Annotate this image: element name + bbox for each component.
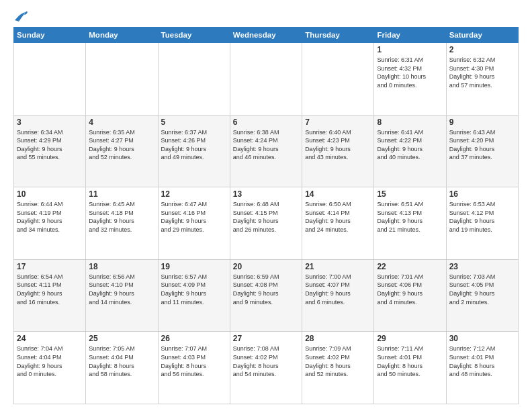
- day-number: 22: [377, 262, 443, 271]
- day-number: 2: [449, 45, 515, 54]
- calendar-cell: 13Sunrise: 6:48 AM Sunset: 4:15 PM Dayli…: [230, 187, 302, 260]
- calendar-day-header: Sunday: [14, 28, 86, 43]
- calendar-cell: [14, 43, 86, 116]
- calendar-cell: 19Sunrise: 6:57 AM Sunset: 4:09 PM Dayli…: [158, 259, 230, 332]
- calendar-day-header: Wednesday: [230, 28, 302, 43]
- day-number: 14: [305, 189, 371, 199]
- calendar-cell: 27Sunrise: 7:08 AM Sunset: 4:02 PM Dayli…: [230, 332, 302, 404]
- calendar-day-header: Thursday: [302, 28, 374, 43]
- calendar-cell: 15Sunrise: 6:51 AM Sunset: 4:13 PM Dayli…: [374, 187, 446, 260]
- calendar-cell: 9Sunrise: 6:43 AM Sunset: 4:20 PM Daylig…: [446, 115, 518, 187]
- calendar-cell: 11Sunrise: 6:45 AM Sunset: 4:18 PM Dayli…: [86, 187, 158, 260]
- day-info: Sunrise: 6:32 AM Sunset: 4:30 PM Dayligh…: [449, 56, 515, 89]
- calendar-cell: 26Sunrise: 7:07 AM Sunset: 4:03 PM Dayli…: [158, 332, 230, 404]
- calendar-cell: [158, 43, 230, 116]
- calendar-cell: 6Sunrise: 6:38 AM Sunset: 4:24 PM Daylig…: [230, 115, 302, 187]
- calendar-cell: [302, 43, 374, 116]
- day-number: 8: [377, 118, 443, 127]
- day-info: Sunrise: 6:40 AM Sunset: 4:23 PM Dayligh…: [305, 128, 371, 162]
- calendar-cell: 25Sunrise: 7:05 AM Sunset: 4:04 PM Dayli…: [86, 332, 158, 404]
- calendar-header-row: SundayMondayTuesdayWednesdayThursdayFrid…: [14, 28, 519, 43]
- calendar-cell: 14Sunrise: 6:50 AM Sunset: 4:14 PM Dayli…: [302, 187, 374, 260]
- day-info: Sunrise: 6:45 AM Sunset: 4:18 PM Dayligh…: [89, 200, 154, 234]
- day-info: Sunrise: 7:07 AM Sunset: 4:03 PM Dayligh…: [161, 345, 227, 378]
- day-info: Sunrise: 7:03 AM Sunset: 4:05 PM Dayligh…: [449, 273, 515, 306]
- day-number: 20: [233, 262, 299, 271]
- day-number: 11: [89, 189, 154, 199]
- calendar-cell: 10Sunrise: 6:44 AM Sunset: 4:19 PM Dayli…: [14, 187, 86, 260]
- calendar-cell: 7Sunrise: 6:40 AM Sunset: 4:23 PM Daylig…: [302, 115, 374, 187]
- calendar-week-row: 10Sunrise: 6:44 AM Sunset: 4:19 PM Dayli…: [14, 187, 519, 260]
- calendar-cell: 3Sunrise: 6:34 AM Sunset: 4:29 PM Daylig…: [14, 115, 86, 187]
- day-number: 21: [305, 262, 371, 271]
- page: SundayMondayTuesdayWednesdayThursdayFrid…: [0, 0, 532, 411]
- calendar-cell: [230, 43, 302, 116]
- calendar-cell: 18Sunrise: 6:56 AM Sunset: 4:10 PM Dayli…: [86, 259, 158, 332]
- day-number: 19: [161, 262, 227, 271]
- day-info: Sunrise: 7:11 AM Sunset: 4:01 PM Dayligh…: [377, 345, 443, 378]
- day-info: Sunrise: 6:59 AM Sunset: 4:08 PM Dayligh…: [233, 273, 299, 306]
- calendar-table: SundayMondayTuesdayWednesdayThursdayFrid…: [13, 27, 519, 404]
- calendar-day-header: Monday: [86, 28, 158, 43]
- day-number: 4: [89, 118, 154, 127]
- calendar-day-header: Tuesday: [158, 28, 230, 43]
- calendar-cell: 1Sunrise: 6:31 AM Sunset: 4:32 PM Daylig…: [374, 43, 446, 116]
- day-number: 12: [161, 189, 227, 199]
- day-info: Sunrise: 6:38 AM Sunset: 4:24 PM Dayligh…: [233, 128, 299, 162]
- day-number: 6: [233, 118, 299, 127]
- day-number: 7: [305, 118, 371, 127]
- calendar-day-header: Saturday: [446, 28, 518, 43]
- day-info: Sunrise: 6:43 AM Sunset: 4:20 PM Dayligh…: [449, 128, 515, 162]
- calendar-cell: 28Sunrise: 7:09 AM Sunset: 4:02 PM Dayli…: [302, 332, 374, 404]
- day-number: 30: [449, 334, 515, 343]
- day-info: Sunrise: 6:54 AM Sunset: 4:11 PM Dayligh…: [17, 273, 83, 306]
- calendar-cell: 29Sunrise: 7:11 AM Sunset: 4:01 PM Dayli…: [374, 332, 446, 404]
- calendar-week-row: 1Sunrise: 6:31 AM Sunset: 4:32 PM Daylig…: [14, 43, 519, 116]
- day-number: 17: [17, 262, 83, 271]
- day-number: 9: [449, 118, 515, 127]
- day-number: 1: [377, 45, 443, 54]
- day-info: Sunrise: 6:44 AM Sunset: 4:19 PM Dayligh…: [17, 200, 83, 234]
- calendar-cell: 16Sunrise: 6:53 AM Sunset: 4:12 PM Dayli…: [446, 187, 518, 260]
- day-info: Sunrise: 7:08 AM Sunset: 4:02 PM Dayligh…: [233, 345, 299, 378]
- calendar-cell: 8Sunrise: 6:41 AM Sunset: 4:22 PM Daylig…: [374, 115, 446, 187]
- day-info: Sunrise: 6:41 AM Sunset: 4:22 PM Dayligh…: [377, 128, 443, 162]
- day-info: Sunrise: 6:47 AM Sunset: 4:16 PM Dayligh…: [161, 200, 227, 234]
- day-info: Sunrise: 6:56 AM Sunset: 4:10 PM Dayligh…: [89, 273, 154, 306]
- day-info: Sunrise: 6:35 AM Sunset: 4:27 PM Dayligh…: [89, 128, 154, 162]
- day-number: 29: [377, 334, 443, 343]
- day-info: Sunrise: 7:04 AM Sunset: 4:04 PM Dayligh…: [17, 345, 83, 378]
- day-number: 18: [89, 262, 154, 271]
- day-number: 16: [449, 189, 515, 199]
- calendar-cell: 20Sunrise: 6:59 AM Sunset: 4:08 PM Dayli…: [230, 259, 302, 332]
- day-info: Sunrise: 6:34 AM Sunset: 4:29 PM Dayligh…: [17, 128, 83, 162]
- calendar-cell: 22Sunrise: 7:01 AM Sunset: 4:06 PM Dayli…: [374, 259, 446, 332]
- day-info: Sunrise: 7:09 AM Sunset: 4:02 PM Dayligh…: [305, 345, 371, 378]
- calendar-cell: 23Sunrise: 7:03 AM Sunset: 4:05 PM Dayli…: [446, 259, 518, 332]
- day-info: Sunrise: 7:00 AM Sunset: 4:07 PM Dayligh…: [305, 273, 371, 306]
- day-number: 26: [161, 334, 227, 343]
- calendar-cell: 5Sunrise: 6:37 AM Sunset: 4:26 PM Daylig…: [158, 115, 230, 187]
- calendar-cell: [86, 43, 158, 116]
- day-info: Sunrise: 7:12 AM Sunset: 4:01 PM Dayligh…: [449, 345, 515, 378]
- day-info: Sunrise: 7:01 AM Sunset: 4:06 PM Dayligh…: [377, 273, 443, 306]
- calendar-cell: 17Sunrise: 6:54 AM Sunset: 4:11 PM Dayli…: [14, 259, 86, 332]
- day-info: Sunrise: 6:50 AM Sunset: 4:14 PM Dayligh…: [305, 200, 371, 234]
- day-number: 5: [161, 118, 227, 127]
- day-info: Sunrise: 6:48 AM Sunset: 4:15 PM Dayligh…: [233, 200, 299, 234]
- day-number: 10: [17, 189, 83, 199]
- calendar-cell: 2Sunrise: 6:32 AM Sunset: 4:30 PM Daylig…: [446, 43, 518, 116]
- logo-bird-icon: [13, 11, 28, 23]
- calendar-week-row: 24Sunrise: 7:04 AM Sunset: 4:04 PM Dayli…: [14, 332, 519, 404]
- day-info: Sunrise: 7:05 AM Sunset: 4:04 PM Dayligh…: [89, 345, 154, 378]
- day-info: Sunrise: 6:53 AM Sunset: 4:12 PM Dayligh…: [449, 200, 515, 234]
- day-number: 13: [233, 189, 299, 199]
- calendar-cell: 4Sunrise: 6:35 AM Sunset: 4:27 PM Daylig…: [86, 115, 158, 187]
- calendar-cell: 24Sunrise: 7:04 AM Sunset: 4:04 PM Dayli…: [14, 332, 86, 404]
- day-number: 28: [305, 334, 371, 343]
- calendar-week-row: 17Sunrise: 6:54 AM Sunset: 4:11 PM Dayli…: [14, 259, 519, 332]
- header: [13, 11, 519, 21]
- calendar-cell: 12Sunrise: 6:47 AM Sunset: 4:16 PM Dayli…: [158, 187, 230, 260]
- day-number: 3: [17, 118, 83, 127]
- day-number: 24: [17, 334, 83, 343]
